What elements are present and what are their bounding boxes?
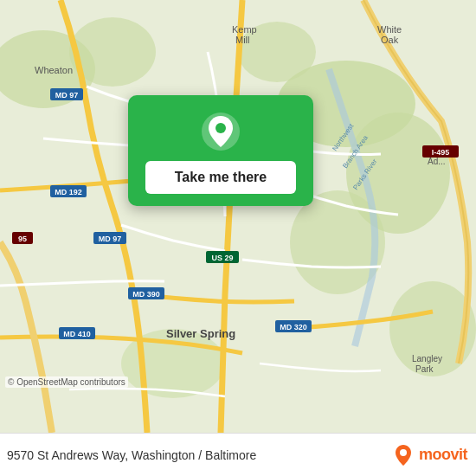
svg-text:Park: Park <box>415 364 434 374</box>
svg-text:Wheaton: Wheaton <box>35 65 73 75</box>
svg-text:Kemp: Kemp <box>232 24 257 35</box>
svg-text:MD 192: MD 192 <box>55 188 82 196</box>
svg-text:Langley: Langley <box>412 354 442 363</box>
moovit-pin-icon <box>391 443 415 467</box>
svg-text:Ad...: Ad... <box>428 157 446 166</box>
location-pin-icon <box>200 111 241 152</box>
svg-text:MD 390: MD 390 <box>132 290 160 299</box>
svg-text:MD 97: MD 97 <box>55 91 79 100</box>
location-card: Take me there <box>128 95 313 206</box>
svg-text:MD 320: MD 320 <box>280 323 307 331</box>
svg-text:MD 97: MD 97 <box>99 235 122 243</box>
svg-text:Oak: Oak <box>381 35 399 45</box>
svg-text:US 29: US 29 <box>211 254 233 262</box>
osm-credit: © OpenStreetMap contributors <box>5 376 128 388</box>
svg-text:I-495: I-495 <box>432 148 450 157</box>
svg-point-41 <box>400 449 407 456</box>
address-text: 9570 St Andrews Way, Washington / Baltim… <box>7 448 256 462</box>
svg-text:Mill: Mill <box>235 35 250 45</box>
svg-text:95: 95 <box>18 235 27 243</box>
map-container: Wheaton Kemp Mill White Oak Silver Sprin… <box>0 0 476 433</box>
svg-text:MD 410: MD 410 <box>63 330 91 338</box>
svg-point-40 <box>215 123 226 133</box>
take-me-there-button[interactable]: Take me there <box>145 161 296 194</box>
svg-text:Silver Spring: Silver Spring <box>166 327 235 340</box>
svg-text:White: White <box>377 24 402 35</box>
moovit-brand-text: moovit <box>419 446 467 464</box>
bottom-bar: 9570 St Andrews Way, Washington / Baltim… <box>0 433 476 476</box>
moovit-logo: moovit <box>391 443 467 467</box>
